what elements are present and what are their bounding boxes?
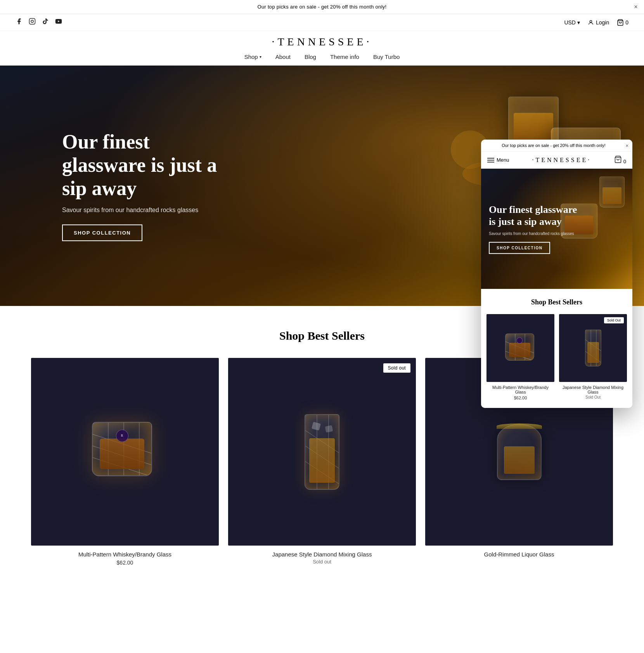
mobile-product-image-1 — [486, 314, 554, 382]
svg-point-3 — [590, 20, 592, 22]
product-status-2: Sold out — [228, 559, 416, 565]
mobile-product-image-2: Sold Out — [559, 314, 627, 382]
svg-rect-0 — [29, 19, 35, 24]
hero-content: Our finest glassware is just a sip away … — [62, 130, 225, 241]
mobile-products-title: Shop Best Sellers — [486, 298, 627, 306]
mobile-hero-content: Our finest glassware is just a sip away … — [489, 204, 578, 254]
cart-icon — [617, 19, 624, 26]
mobile-sold-out-badge-2: Sold Out — [604, 317, 624, 323]
sold-out-badge-2: Sold out — [383, 363, 410, 373]
svg-point-2 — [34, 20, 34, 20]
currency-selector[interactable]: USD ▾ — [564, 19, 580, 26]
nav-item-about[interactable]: About — [275, 54, 291, 60]
product-card-2[interactable]: Sold out — [228, 358, 416, 566]
product-image-1: R — [31, 358, 219, 546]
product-name-3: Gold-Rimmed Liquor Glass — [425, 551, 613, 558]
top-right: USD ▾ Login 0 — [564, 19, 628, 26]
announcement-bar: Our top picks are on sale - get 20% off … — [0, 0, 644, 14]
hamburger-icon — [487, 158, 494, 162]
product-name-2: Japanese Style Diamond Mixing Glass — [228, 551, 416, 558]
login-button[interactable]: Login — [588, 19, 609, 26]
mobile-cart-count: 0 — [623, 159, 626, 164]
mobile-products-section: Shop Best Sellers — [481, 289, 632, 408]
mobile-cart-button[interactable]: 0 — [614, 155, 626, 164]
product-name-1: Multi-Pattern Whiskey/Brandy Glass — [31, 551, 219, 558]
mobile-product-status-2: Sold Out — [559, 395, 627, 399]
tiktok-icon[interactable] — [42, 18, 49, 27]
chevron-down-icon: ▾ — [260, 55, 261, 59]
top-bar: USD ▾ Login 0 — [0, 14, 644, 31]
hero-cta-button[interactable]: SHOP COLLECTION — [62, 225, 142, 241]
cart-count: 0 — [625, 19, 628, 26]
mobile-overlay: Our top picks are on sale - get 20% off … — [481, 140, 632, 408]
logo-bar: ·TENNESSEE· — [0, 31, 644, 50]
mobile-product-card-2[interactable]: Sold Out — [559, 314, 627, 400]
login-label: Login — [596, 19, 609, 26]
mobile-header: Menu ·TENNESSEE· 0 — [481, 152, 632, 169]
mobile-product-price-1: $62.00 — [486, 396, 554, 400]
nav-item-buyturbo[interactable]: Buy Turbo — [373, 54, 400, 60]
mobile-product-name-1: Multi-Pattern Whiskey/Brandy Glass — [486, 385, 554, 394]
mobile-product-name-2: Japanese Style Diamond Mixing Glass — [559, 385, 627, 394]
mobile-tall-glass — [599, 176, 625, 207]
mobile-menu-label: Menu — [497, 157, 509, 163]
svg-point-1 — [31, 20, 33, 22]
nav-item-shop[interactable]: Shop ▾ — [244, 54, 261, 60]
mobile-hero-cta-button[interactable]: SHOP COLLECTION — [489, 242, 550, 254]
mobile-product-card-1[interactable]: Multi-Pattern Whiskey/Brandy Glass $62.0… — [486, 314, 554, 400]
product-card-1[interactable]: R Multi-Pattern Whiskey/Brandy Glass $62… — [31, 358, 219, 566]
mobile-hero-title: Our finest glassware is just a sip away — [489, 204, 578, 228]
mobile-announcement-close[interactable]: × — [625, 143, 628, 149]
mobile-hero-subtitle: Savour spirits from our handcrafted rock… — [489, 231, 578, 236]
social-icons — [16, 18, 62, 27]
product-image-2: Sold out — [228, 358, 416, 546]
announcement-close-btn[interactable]: × — [634, 3, 638, 10]
hero-subtitle: Savour spirits from our handcrafted rock… — [62, 207, 225, 214]
facebook-icon[interactable] — [16, 18, 23, 27]
announcement-text: Our top picks are on sale - get 20% off … — [257, 4, 386, 10]
main-nav: Shop ▾ About Blog Theme info Buy Turbo — [0, 50, 644, 66]
youtube-icon[interactable] — [55, 18, 62, 27]
mobile-hero-section: Our finest glassware is just a sip away … — [481, 169, 632, 289]
currency-label: USD — [564, 19, 576, 26]
site-logo[interactable]: ·TENNESSEE· — [272, 36, 372, 48]
mobile-menu-button[interactable]: Menu — [487, 157, 509, 163]
nav-item-themeinfo[interactable]: Theme info — [330, 54, 359, 60]
hero-title: Our finest glassware is just a sip away — [62, 130, 225, 200]
instagram-icon[interactable] — [29, 18, 36, 27]
user-icon — [588, 19, 594, 26]
mobile-announcement-bar: Our top picks are on sale - get 20% off … — [481, 140, 632, 152]
nav-item-blog[interactable]: Blog — [305, 54, 316, 60]
currency-chevron-icon: ▾ — [577, 19, 580, 26]
mobile-announcement-text: Our top picks are on sale - get 20% off … — [502, 143, 606, 148]
cart-button[interactable]: 0 — [617, 19, 628, 26]
mobile-cart-icon — [614, 155, 622, 163]
mobile-logo[interactable]: ·TENNESSEE· — [532, 157, 591, 164]
mobile-products-grid: Multi-Pattern Whiskey/Brandy Glass $62.0… — [486, 314, 627, 400]
product-price-1: $62.00 — [31, 560, 219, 566]
